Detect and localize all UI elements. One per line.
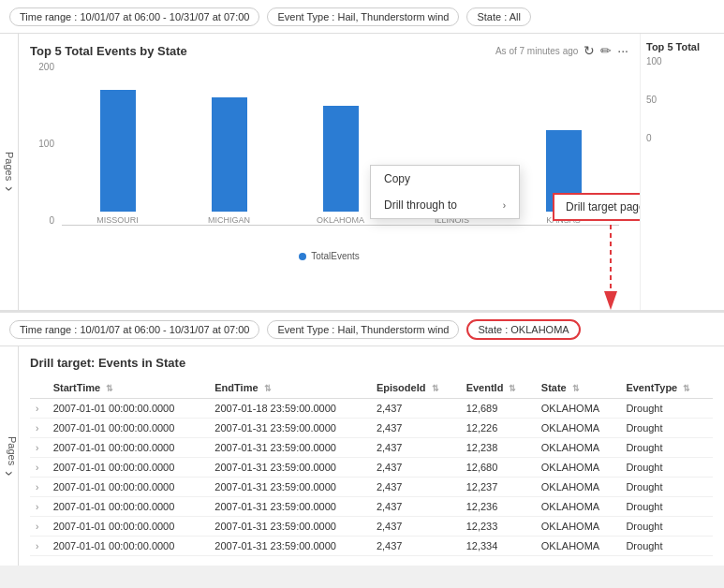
col-expand [30, 377, 48, 399]
row-episodeid: 2,437 [371, 537, 461, 556]
row-expand[interactable]: › [30, 399, 48, 419]
row-starttime: 2007-01-01 00:00:00.0000 [48, 438, 210, 458]
row-expand[interactable]: › [30, 517, 48, 537]
top-filter-bar: Time range : 10/01/07 at 06:00 - 10/31/0… [0, 0, 724, 34]
drill-through-label: Drill through to [384, 198, 457, 212]
row-starttime: 2007-01-01 00:00:00.0000 [48, 537, 210, 556]
y-axis-0: 0 [49, 215, 54, 226]
svg-marker-1 [604, 291, 617, 310]
row-eventid: 12,237 [461, 478, 536, 497]
right-y-0: 0 [646, 133, 718, 143]
row-state: OKLAHOMA [536, 419, 621, 438]
right-chart-title: Top 5 Total [646, 41, 718, 52]
chart-controls: As of 7 minutes ago ↻ ✏ ··· [495, 43, 628, 58]
bars-container: MISSOURI MICHIGAN OKLAHOMA ILLINOIS [62, 62, 619, 226]
filter-pill-timerange[interactable]: Time range : 10/01/07 at 06:00 - 10/31/0… [9, 7, 259, 26]
as-of-label: As of 7 minutes ago [495, 46, 578, 56]
row-eventtype: Drought [620, 438, 713, 458]
drill-data-table: StartTime ⇅ EndTime ⇅ EpisodeId ⇅ EventI… [30, 377, 713, 556]
row-eventid: 12,233 [461, 517, 536, 537]
table-header-row: StartTime ⇅ EndTime ⇅ EpisodeId ⇅ EventI… [30, 377, 713, 399]
row-expand[interactable]: › [30, 419, 48, 438]
table-row: › 2007-01-01 00:00:00.0000 2007-01-31 23… [30, 517, 713, 537]
context-menu-copy[interactable]: Copy [371, 166, 519, 192]
chart-legend: TotalEvents [30, 251, 628, 261]
row-endtime: 2007-01-31 23:59:00.0000 [209, 517, 371, 537]
right-y-50: 50 [646, 95, 718, 105]
row-episodeid: 2,437 [371, 399, 461, 419]
legend-dot [299, 253, 306, 260]
filter-pill-eventtype[interactable]: Event Type : Hail, Thunderstorm wind [267, 7, 459, 26]
bottom-section: Pages › Drill target: Events in State St… [0, 346, 724, 566]
filter2-pill-state-highlighted[interactable]: State : OKLAHOMA [466, 319, 580, 340]
row-endtime: 2007-01-31 23:59:00.0000 [209, 438, 371, 458]
more-icon[interactable]: ··· [617, 43, 628, 58]
drill-target-box[interactable]: Drill target page [553, 193, 640, 221]
col-episodeid[interactable]: EpisodeId ⇅ [371, 377, 461, 399]
row-expand[interactable]: › [30, 497, 48, 517]
pages-tab-top[interactable]: Pages › [0, 34, 19, 310]
bar-group-michigan[interactable]: MICHIGAN [173, 62, 285, 225]
sort-icon-state: ⇅ [572, 384, 580, 393]
row-expand[interactable]: › [30, 537, 48, 556]
filter2-pill-timerange[interactable]: Time range : 10/01/07 at 06:00 - 10/31/0… [9, 320, 259, 339]
bar-group-missouri[interactable]: MISSOURI [62, 62, 173, 225]
row-endtime: 2007-01-31 23:59:00.0000 [209, 478, 371, 497]
bar-missouri[interactable] [100, 90, 136, 213]
drill-table-panel: Drill target: Events in State StartTime … [19, 346, 724, 566]
row-state: OKLAHOMA [536, 438, 621, 458]
col-starttime[interactable]: StartTime ⇅ [48, 377, 210, 399]
row-expand[interactable]: › [30, 478, 48, 497]
row-eventid: 12,334 [461, 537, 536, 556]
col-eventtype[interactable]: EventType ⇅ [620, 377, 713, 399]
row-starttime: 2007-01-01 00:00:00.0000 [48, 517, 210, 537]
sort-icon-endtime: ⇅ [264, 384, 272, 393]
row-starttime: 2007-01-01 00:00:00.0000 [48, 497, 210, 517]
row-episodeid: 2,437 [371, 438, 461, 458]
row-eventid: 12,226 [461, 419, 536, 438]
sort-icon-eventtype: ⇅ [683, 384, 690, 393]
drill-table-title: Drill target: Events in State [30, 356, 713, 370]
row-endtime: 2007-01-31 23:59:00.0000 [209, 497, 371, 517]
row-eventid: 12,238 [461, 438, 536, 458]
row-starttime: 2007-01-01 00:00:00.0000 [48, 419, 210, 438]
top-section: Pages › Top 5 Total Events by State As o… [0, 34, 724, 313]
row-eventtype: Drought [620, 537, 713, 556]
right-partial-chart: Top 5 Total 100 50 0 [640, 34, 724, 310]
y-axis-200: 200 [38, 62, 54, 72]
col-eventid[interactable]: EventId ⇅ [461, 377, 536, 399]
row-endtime: 2007-01-31 23:59:00.0000 [209, 537, 371, 556]
row-eventtype: Drought [620, 497, 713, 517]
context-menu-drill-through[interactable]: Drill through to › [371, 192, 519, 218]
right-y-100: 100 [646, 56, 718, 66]
pages-tab-bottom[interactable]: Pages › [0, 346, 19, 566]
row-eventtype: Drought [620, 458, 713, 478]
bar-oklahoma[interactable] [323, 106, 359, 212]
filter2-pill-eventtype[interactable]: Event Type : Hail, Thunderstorm wind [267, 320, 459, 339]
row-endtime: 2007-01-31 23:59:00.0000 [209, 458, 371, 478]
col-state[interactable]: State ⇅ [536, 377, 621, 399]
row-state: OKLAHOMA [536, 478, 621, 497]
row-starttime: 2007-01-01 00:00:00.0000 [48, 478, 210, 497]
pages-chevron-icon: › [1, 186, 18, 191]
pages-chevron-icon-bottom: › [1, 471, 18, 476]
row-endtime: 2007-01-31 23:59:00.0000 [209, 419, 371, 438]
row-eventid: 12,680 [461, 458, 536, 478]
table-row: › 2007-01-01 00:00:00.0000 2007-01-31 23… [30, 497, 713, 517]
row-eventtype: Drought [620, 478, 713, 497]
table-row: › 2007-01-01 00:00:00.0000 2007-01-31 23… [30, 537, 713, 556]
refresh-icon[interactable]: ↻ [584, 43, 595, 58]
edit-icon[interactable]: ✏ [600, 43, 612, 58]
sort-icon-eventid: ⇅ [509, 384, 516, 393]
row-expand[interactable]: › [30, 458, 48, 478]
bar-michigan[interactable] [212, 97, 247, 212]
second-filter-bar: Time range : 10/01/07 at 06:00 - 10/31/0… [0, 313, 724, 346]
row-state: OKLAHOMA [536, 517, 621, 537]
col-endtime[interactable]: EndTime ⇅ [209, 377, 371, 399]
filter-pill-state[interactable]: State : All [466, 7, 530, 26]
submenu-arrow-icon: › [503, 200, 506, 211]
row-eventtype: Drought [620, 517, 713, 537]
row-expand[interactable]: › [30, 438, 48, 458]
table-row: › 2007-01-01 00:00:00.0000 2007-01-31 23… [30, 478, 713, 497]
row-episodeid: 2,437 [371, 458, 461, 478]
